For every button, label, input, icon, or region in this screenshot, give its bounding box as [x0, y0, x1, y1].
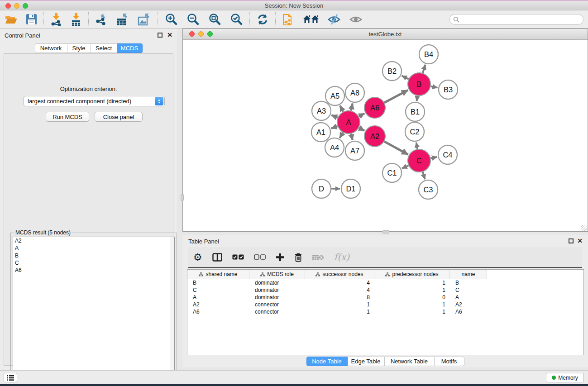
tab-motifs[interactable]: Motifs: [435, 357, 464, 366]
graph-edge-B-B3[interactable]: [431, 86, 438, 88]
tab-mcds[interactable]: MCDS: [117, 43, 143, 53]
close-network-button[interactable]: [189, 31, 195, 37]
table-cell[interactable]: 0: [374, 294, 450, 301]
node-table[interactable]: shared nameMCDS rolesuccessor nodesprede…: [187, 269, 584, 355]
task-history-button[interactable]: [4, 373, 17, 382]
table-cell[interactable]: C: [187, 286, 249, 294]
table-cell[interactable]: 1: [305, 301, 374, 308]
export-table-button[interactable]: [112, 11, 134, 28]
table-row[interactable]: Cdominator41C: [187, 286, 583, 294]
resize-grip-icon[interactable]: [581, 225, 587, 231]
table-cell[interactable]: A: [187, 294, 249, 301]
hide-graphics-details-button[interactable]: [323, 11, 345, 28]
column-header-successor-nodes[interactable]: successor nodes: [305, 270, 374, 279]
table-cell[interactable]: B: [187, 279, 249, 286]
network-window-titlebar[interactable]: testGlobe.txt: [183, 29, 588, 40]
close-panel-button[interactable]: Close panel: [95, 112, 143, 122]
graph-edge-B-B1[interactable]: [417, 96, 418, 101]
run-mcds-button[interactable]: Run MCDS: [46, 112, 89, 122]
tab-select[interactable]: Select: [91, 43, 117, 53]
graph-edge-C-C1[interactable]: [402, 166, 408, 169]
show-graphics-details-button[interactable]: [345, 11, 367, 28]
graph-edge-A6-B[interactable]: [384, 90, 408, 103]
graph-edge-A-A6[interactable]: [359, 114, 364, 117]
network-canvas[interactable]: B4B2BB3A8A5A6A3B1AA1C2A2A4A7C4CC1DD1C3: [183, 40, 588, 231]
graph-edge-A-A4[interactable]: [340, 133, 343, 138]
graph-edge-C-C3[interactable]: [423, 172, 425, 179]
delete-column-button[interactable]: [289, 253, 307, 262]
table-cell[interactable]: 1: [374, 286, 450, 294]
table-cell[interactable]: 4: [305, 286, 374, 294]
minimize-network-button[interactable]: [198, 31, 204, 37]
mcds-result-item[interactable]: C: [13, 259, 174, 267]
column-header-shared-name[interactable]: shared name: [187, 270, 249, 279]
graph-edge-A-A8[interactable]: [351, 104, 353, 111]
table-settings-button[interactable]: ⚙: [188, 252, 207, 263]
float-panel-icon[interactable]: [569, 238, 574, 243]
zoom-out-button[interactable]: [182, 11, 204, 28]
zoom-selected-button[interactable]: [225, 11, 247, 28]
tab-network-table[interactable]: Network Table: [385, 357, 435, 366]
table-cell[interactable]: dominator: [249, 294, 305, 301]
refresh-view-button[interactable]: [252, 11, 273, 28]
table-cell[interactable]: A2: [187, 301, 249, 308]
table-cell[interactable]: 4: [305, 279, 374, 286]
column-header-name[interactable]: name: [450, 270, 487, 279]
table-cell[interactable]: connector: [249, 301, 305, 308]
vertical-splitter-grip[interactable]: [181, 194, 184, 201]
search-field[interactable]: [449, 14, 583, 25]
search-input[interactable]: [461, 16, 583, 23]
graph-edge-B-B2[interactable]: [402, 76, 409, 79]
minimize-window-button[interactable]: [14, 3, 19, 9]
table-cell[interactable]: A2: [450, 301, 487, 308]
table-cell[interactable]: 1: [374, 308, 450, 315]
function-builder-button[interactable]: f(x): [329, 252, 354, 262]
zoom-network-button[interactable]: [207, 31, 213, 37]
graph-edge-A-A3[interactable]: [331, 115, 338, 118]
horizontal-splitter-grip[interactable]: [382, 230, 389, 234]
mcds-result-item[interactable]: A: [13, 244, 174, 252]
zoom-fit-button[interactable]: [204, 11, 225, 28]
table-cell[interactable]: A6: [187, 308, 249, 315]
delete-table-button[interactable]: [307, 254, 329, 261]
table-cell[interactable]: dominator: [249, 286, 305, 294]
graph-edge-A-A5[interactable]: [340, 105, 343, 112]
close-panel-icon[interactable]: ✕: [167, 32, 172, 38]
select-all-button[interactable]: [227, 254, 249, 260]
network-graph[interactable]: B4B2BB3A8A5A6A3B1AA1C2A2A4A7C4CC1DD1C3: [183, 40, 588, 231]
table-row[interactable]: A6connector11A6: [187, 308, 583, 315]
table-cell[interactable]: A: [450, 294, 487, 301]
table-cell[interactable]: dominator: [249, 279, 305, 286]
table-cell[interactable]: B: [450, 279, 487, 286]
graph-edge-C-C4[interactable]: [431, 157, 437, 158]
close-panel-icon[interactable]: ✕: [577, 238, 583, 244]
graph-edge-C-C2[interactable]: [416, 143, 417, 149]
mcds-result-item[interactable]: A6: [13, 267, 174, 274]
graph-edge-A-A1[interactable]: [331, 126, 338, 129]
float-panel-icon[interactable]: [158, 33, 163, 38]
table-cell[interactable]: 8: [305, 294, 374, 301]
graph-edge-A-A2[interactable]: [359, 128, 364, 130]
memory-button[interactable]: Memory: [546, 373, 584, 382]
add-column-button[interactable]: [271, 253, 289, 262]
mcds-result-list[interactable]: A2ABCA6: [13, 237, 175, 385]
table-cell[interactable]: 1: [305, 308, 374, 315]
table-row[interactable]: Bdominator41B: [187, 279, 583, 286]
import-table-button[interactable]: [66, 11, 86, 28]
zoom-window-button[interactable]: [23, 3, 28, 9]
table-cell[interactable]: connector: [249, 308, 305, 315]
column-header-MCDS-role[interactable]: MCDS role: [249, 270, 305, 279]
table-cell[interactable]: A6: [450, 308, 487, 315]
new-network-from-file-button[interactable]: [278, 11, 299, 28]
export-network-button[interactable]: [91, 11, 112, 28]
graph-edge-B-B4[interactable]: [423, 65, 425, 73]
tab-edge-table[interactable]: Edge Table: [348, 357, 385, 366]
save-session-button[interactable]: [22, 11, 41, 28]
table-cell[interactable]: C: [450, 286, 487, 294]
mcds-result-item[interactable]: A2: [13, 237, 174, 244]
import-network-button[interactable]: [46, 11, 66, 28]
open-file-button[interactable]: [0, 11, 22, 28]
close-window-button[interactable]: [5, 3, 11, 9]
graph-edge-A2-C[interactable]: [384, 142, 408, 155]
table-cell[interactable]: 1: [374, 279, 450, 286]
